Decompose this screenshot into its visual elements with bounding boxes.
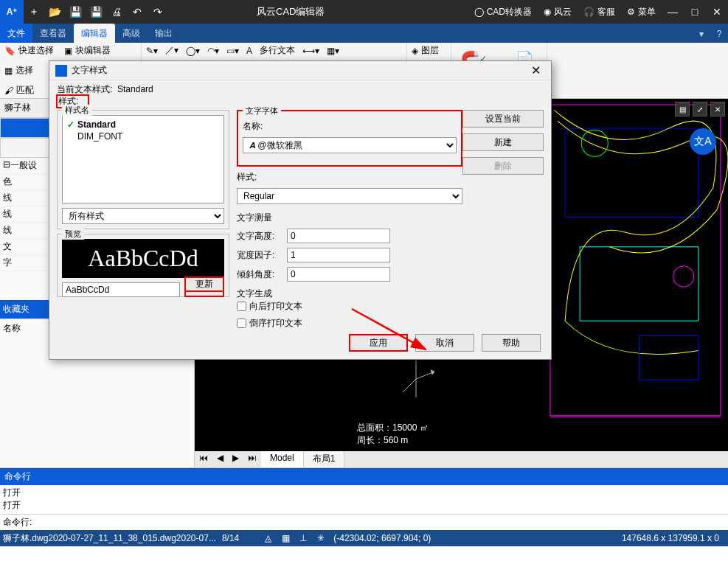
delete-button[interactable]: 删除 <box>462 157 544 175</box>
svg-point-3 <box>581 130 608 156</box>
font-style-select[interactable]: Regular <box>237 188 462 204</box>
area-info: 总面积：15000 ㎡ 周长：560 m <box>357 422 429 447</box>
stylename-group-title: 样式名 <box>62 105 92 116</box>
close-button[interactable]: ✕ <box>706 0 728 24</box>
tab-nav-first[interactable]: ⏮ <box>195 451 212 467</box>
new-icon[interactable]: ＋ <box>24 1 44 22</box>
tab-nav-last[interactable]: ⏭ <box>243 451 261 467</box>
dim-icon[interactable]: ⟷▾ <box>302 46 319 56</box>
mtext-icon: A <box>246 46 252 56</box>
text-height-label: 文字高度: <box>237 230 281 243</box>
font-group-title: 文字字体 <box>243 105 281 116</box>
style-list[interactable]: ✓Standard DIM_FONT <box>62 115 224 203</box>
maximize-button[interactable]: □ <box>684 0 706 24</box>
service-link[interactable]: 🎧客服 <box>578 0 621 24</box>
layout-tab[interactable]: 布局1 <box>304 451 345 467</box>
svg-marker-11 <box>431 370 434 375</box>
print-icon[interactable]: 🖨 <box>106 1 127 22</box>
vp-btn[interactable]: ▤ <box>675 102 690 116</box>
current-style-value: Standard <box>117 84 153 94</box>
cancel-button[interactable]: 取消 <box>415 334 474 352</box>
svg-point-4 <box>673 266 694 287</box>
line-icon[interactable]: ／▾ <box>165 44 178 57</box>
redo-icon[interactable]: ↷ <box>148 1 168 22</box>
rect-icon[interactable]: ▭▾ <box>226 46 239 56</box>
circle-icon[interactable]: ◯▾ <box>186 46 200 56</box>
app-logo: A⁺ <box>0 0 24 24</box>
backwards-checkbox[interactable]: 向后打印文本 <box>237 300 302 313</box>
svg-rect-5 <box>639 335 698 380</box>
hatch-icon[interactable]: ▦▾ <box>327 46 339 56</box>
ortho-toggle-icon[interactable]: ⊥ <box>297 532 310 545</box>
oblique-label: 倾斜角度: <box>237 268 281 281</box>
vp-close-icon[interactable]: ✕ <box>710 102 725 116</box>
status-file: 狮子林.dwg2020-07-27_11_11_38_015.dwg2020-0… <box>3 532 216 545</box>
headset-icon: 🎧 <box>583 7 594 17</box>
style-dropdown-icon[interactable]: ▾ <box>693 25 710 43</box>
preview-box: AaBbCcDd <box>62 239 224 278</box>
match-icon: 🖌 <box>4 86 13 96</box>
menu-link[interactable]: ⚙菜单 <box>621 0 662 24</box>
font-style-label: 样式: <box>237 171 281 184</box>
status-coord: (-42304.02; 6697.904; 0) <box>333 533 431 543</box>
dialog-close-button[interactable]: ✕ <box>527 63 545 77</box>
width-factor-input[interactable] <box>287 248 390 262</box>
svg-rect-2 <box>580 247 698 321</box>
apply-button[interactable]: 应用 <box>349 334 408 352</box>
quick-select[interactable]: 快速选择 <box>18 44 54 57</box>
command-history: 打开 打开 <box>0 485 728 515</box>
tab-nav-next[interactable]: ▶ <box>228 451 243 467</box>
translate-fab[interactable]: 文A <box>690 128 716 155</box>
polar-toggle-icon[interactable]: ✳ <box>314 532 327 545</box>
save-icon[interactable]: 💾 <box>65 1 86 22</box>
tab-viewer[interactable]: 查看器 <box>32 24 74 43</box>
gen-group-title: 文字生成 <box>237 288 462 300</box>
converter-link[interactable]: ◯CAD转换器 <box>468 0 538 24</box>
upside-checkbox[interactable]: 倒序打印文本 <box>237 317 302 330</box>
style-filter[interactable]: 所有样式 <box>62 208 224 224</box>
model-tab[interactable]: Model <box>261 451 304 467</box>
tab-nav-prev[interactable]: ◀ <box>212 451 228 467</box>
status-bar: 狮子林.dwg2020-07-27_11_11_38_015.dwg2020-0… <box>0 530 728 546</box>
oblique-input[interactable] <box>287 267 390 282</box>
saveall-icon[interactable]: 💾 <box>86 1 106 22</box>
app-title: 风云CAD编辑器 <box>257 5 325 18</box>
compass-icon <box>394 357 438 403</box>
font-name-select[interactable]: 𝘼 @微软雅黑 <box>243 137 457 153</box>
layer-button[interactable]: 图层 <box>421 44 439 57</box>
minimize-button[interactable]: — <box>662 0 684 24</box>
match-button[interactable]: 匹配 <box>16 84 34 97</box>
set-current-button[interactable]: 设置当前 <box>462 110 544 128</box>
current-style-label: 当前文本样式: <box>57 84 112 94</box>
snap-toggle-icon[interactable]: ◬ <box>261 532 274 545</box>
brand-link[interactable]: ◉风云 <box>538 0 578 24</box>
viewport-toolbar: ▤ ⤢ ✕ <box>675 102 725 116</box>
tab-file[interactable]: 文件 <box>0 24 32 43</box>
undo-icon[interactable]: ↶ <box>127 1 148 22</box>
update-button[interactable]: 更新 <box>184 276 224 292</box>
tab-output[interactable]: 输出 <box>148 24 180 43</box>
preview-input[interactable] <box>62 282 180 297</box>
command-input[interactable] <box>35 516 725 529</box>
block-editor[interactable]: 块编辑器 <box>75 44 111 57</box>
grid-toggle-icon[interactable]: ▦ <box>279 532 292 545</box>
help-button[interactable]: 帮助 <box>482 334 541 352</box>
arc-icon[interactable]: ◠▾ <box>207 46 219 56</box>
select-button[interactable]: 选择 <box>15 64 33 77</box>
vp-btn[interactable]: ⤢ <box>693 102 707 116</box>
open-icon[interactable]: 📂 <box>44 1 65 22</box>
dialog-title: 文字样式 <box>72 64 107 77</box>
draw-icon[interactable]: ✎▾ <box>146 46 158 56</box>
list-item: ✓Standard <box>66 119 221 130</box>
mtext-button[interactable]: 多行文本 <box>260 44 295 57</box>
help-icon[interactable]: ? <box>710 25 728 43</box>
svg-rect-1 <box>565 128 698 217</box>
quick-select-icon: 🔖 <box>4 46 15 56</box>
tab-advanced[interactable]: 高级 <box>115 24 148 43</box>
block-editor-icon: ▣ <box>64 46 72 56</box>
layer-icon: ◈ <box>412 46 418 56</box>
select-icon: ▦ <box>4 66 13 76</box>
text-height-input[interactable] <box>287 229 390 243</box>
tab-editor[interactable]: 编辑器 <box>74 24 115 43</box>
new-button[interactable]: 新建 <box>462 133 544 151</box>
